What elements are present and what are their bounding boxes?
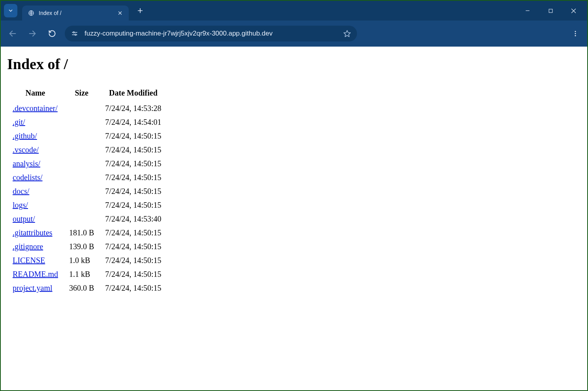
cell-name: output/ [7, 212, 64, 226]
minimize-icon [525, 8, 530, 13]
cell-name: LICENSE [7, 254, 64, 267]
cell-size [64, 198, 100, 212]
table-row: codelists/7/24/24, 14:50:15 [7, 171, 167, 184]
table-row: LICENSE1.0 kB7/24/24, 14:50:15 [7, 254, 167, 267]
cell-size [64, 157, 100, 171]
svg-point-12 [73, 32, 74, 33]
cell-date: 7/24/24, 14:50:15 [100, 157, 167, 171]
browser-menu-button[interactable] [568, 26, 582, 41]
cell-name: .git/ [7, 115, 64, 129]
cell-size: 360.0 B [64, 281, 100, 295]
cell-name: README.md [7, 267, 64, 281]
file-link[interactable]: codelists/ [13, 173, 43, 182]
cell-date: 7/24/24, 14:50:15 [100, 254, 167, 267]
cell-date: 7/24/24, 14:50:15 [100, 171, 167, 184]
window-minimize-button[interactable] [522, 5, 534, 17]
maximize-icon [548, 8, 553, 13]
cell-date: 7/24/24, 14:50:15 [100, 184, 167, 198]
forward-button[interactable] [25, 26, 39, 41]
tab-title: Index of / [39, 10, 116, 16]
cell-name: analysis/ [7, 157, 64, 171]
star-icon [343, 30, 351, 38]
svg-point-18 [575, 35, 576, 36]
table-header-row: Name Size Date Modified [7, 86, 167, 102]
cell-date: 7/24/24, 14:50:15 [100, 267, 167, 281]
cell-date: 7/24/24, 14:54:01 [100, 115, 167, 129]
svg-point-14 [75, 34, 76, 35]
table-row: docs/7/24/24, 14:50:15 [7, 184, 167, 198]
bookmark-button[interactable] [343, 29, 351, 38]
svg-rect-6 [549, 9, 552, 13]
cell-name: .vscode/ [7, 143, 64, 157]
svg-marker-15 [344, 30, 351, 37]
window-close-button[interactable] [567, 5, 579, 17]
tab-search-dropdown[interactable] [4, 4, 17, 17]
column-header-size: Size [64, 86, 100, 102]
new-tab-button[interactable] [134, 5, 146, 17]
file-link[interactable]: .gitignore [13, 242, 43, 251]
file-link[interactable]: README.md [13, 270, 58, 278]
file-link[interactable]: .git/ [13, 118, 25, 126]
cell-name: docs/ [7, 184, 64, 198]
svg-point-16 [575, 31, 576, 32]
cell-date: 7/24/24, 14:50:15 [100, 281, 167, 295]
cell-date: 7/24/24, 14:50:15 [100, 129, 167, 143]
site-info-button[interactable] [70, 29, 79, 38]
address-bar[interactable] [65, 26, 357, 41]
file-link[interactable]: output/ [13, 214, 35, 223]
table-row: .gitattributes181.0 B7/24/24, 14:50:15 [7, 226, 167, 240]
table-row: logs/7/24/24, 14:50:15 [7, 198, 167, 212]
column-header-name: Name [7, 86, 64, 102]
window-controls [522, 5, 584, 17]
cell-size [64, 115, 100, 129]
cell-size [64, 171, 100, 184]
cell-name: .gitignore [7, 240, 64, 254]
cell-date: 7/24/24, 14:50:15 [100, 143, 167, 157]
arrow-left-icon [8, 29, 17, 38]
file-link[interactable]: .vscode/ [13, 145, 39, 154]
file-link[interactable]: .gitattributes [13, 228, 53, 237]
directory-listing-table: Name Size Date Modified .devcontainer/7/… [7, 86, 167, 295]
column-header-date: Date Modified [100, 86, 167, 102]
table-row: .vscode/7/24/24, 14:50:15 [7, 143, 167, 157]
back-button[interactable] [6, 26, 20, 41]
globe-icon [28, 9, 35, 17]
file-link[interactable]: LICENSE [13, 256, 45, 265]
kebab-icon [572, 30, 579, 37]
cell-size [64, 184, 100, 198]
tab-close-button[interactable] [116, 9, 124, 17]
cell-date: 7/24/24, 14:50:15 [100, 226, 167, 240]
table-row: .git/7/24/24, 14:54:01 [7, 115, 167, 129]
file-link[interactable]: .devcontainer/ [13, 104, 58, 113]
window-maximize-button[interactable] [545, 5, 556, 17]
titlebar: Index of / [1, 1, 587, 21]
svg-point-17 [575, 33, 576, 34]
plus-icon [137, 8, 143, 14]
browser-tab[interactable]: Index of / [22, 6, 129, 21]
cell-date: 7/24/24, 14:50:15 [100, 198, 167, 212]
table-row: .github/7/24/24, 14:50:15 [7, 129, 167, 143]
close-icon [118, 11, 122, 15]
table-row: README.md1.1 kB7/24/24, 14:50:15 [7, 267, 167, 281]
table-row: .gitignore139.0 B7/24/24, 14:50:15 [7, 240, 167, 254]
url-input[interactable] [85, 30, 339, 38]
file-link[interactable]: .github/ [13, 132, 37, 140]
cell-name: .gitattributes [7, 226, 64, 240]
cell-name: .devcontainer/ [7, 102, 64, 115]
table-row: analysis/7/24/24, 14:50:15 [7, 157, 167, 171]
arrow-right-icon [28, 29, 37, 38]
file-link[interactable]: logs/ [13, 201, 28, 209]
cell-size [64, 212, 100, 226]
page-content: Index of / Name Size Date Modified .devc… [1, 47, 587, 390]
file-link[interactable]: project.yaml [13, 284, 53, 292]
file-link[interactable]: docs/ [13, 187, 29, 196]
file-link[interactable]: analysis/ [13, 159, 40, 168]
cell-size [64, 143, 100, 157]
cell-size: 181.0 B [64, 226, 100, 240]
table-row: .devcontainer/7/24/24, 14:53:28 [7, 102, 167, 115]
cell-size [64, 129, 100, 143]
cell-size: 1.1 kB [64, 267, 100, 281]
reload-button[interactable] [45, 26, 59, 41]
cell-name: logs/ [7, 198, 64, 212]
chevron-down-icon [8, 8, 13, 13]
